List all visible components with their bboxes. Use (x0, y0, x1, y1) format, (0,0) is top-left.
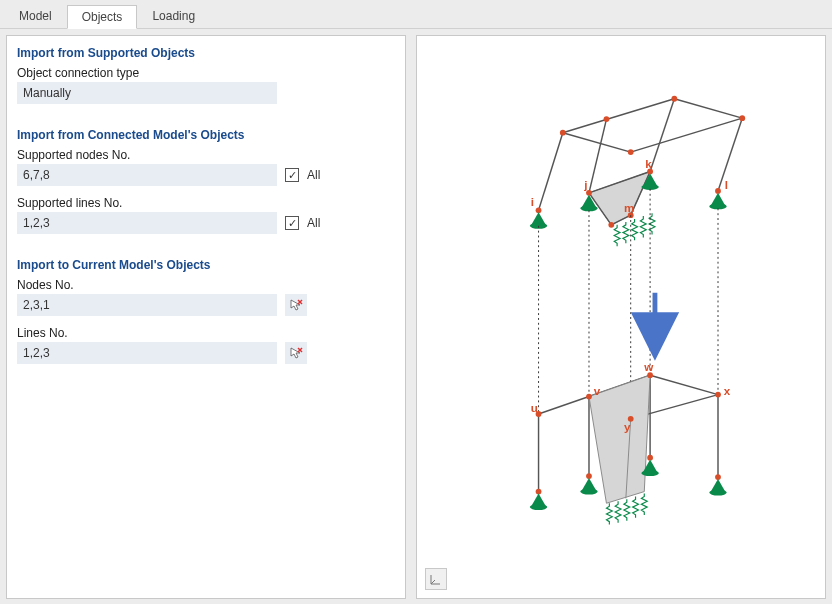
tab-objects-label: Objects (82, 10, 123, 24)
conn-type-label: Object connection type (17, 66, 395, 80)
tab-model-label: Model (19, 9, 52, 23)
current-nodes-label: Nodes No. (17, 278, 395, 292)
section-supported-title: Import from Supported Objects (17, 46, 395, 60)
svg-line-7 (563, 99, 675, 133)
svg-text:w: w (643, 360, 654, 373)
bottom-structure: u v w x y (530, 360, 731, 524)
svg-text:j: j (583, 178, 587, 191)
svg-point-24 (628, 149, 634, 155)
svg-text:x: x (724, 384, 731, 397)
supported-nodes-field[interactable] (17, 164, 277, 186)
diagram-panel: i j k l m (416, 35, 826, 599)
svg-point-53 (586, 394, 592, 400)
supported-lines-all-label: All (307, 216, 320, 230)
cursor-pick-icon (289, 346, 303, 360)
svg-marker-15 (589, 172, 650, 225)
svg-line-8 (674, 99, 742, 118)
current-lines-field[interactable] (17, 342, 277, 364)
conn-type-field[interactable] (17, 82, 277, 104)
pick-lines-button[interactable] (285, 342, 307, 364)
supported-lines-field[interactable] (17, 212, 277, 234)
supported-nodes-all-checkbox[interactable]: ✓ (285, 168, 299, 182)
current-nodes-field[interactable] (17, 294, 277, 316)
svg-line-10 (563, 133, 631, 152)
svg-line-13 (650, 99, 674, 172)
svg-line-14 (718, 118, 742, 191)
svg-text:y: y (624, 420, 631, 433)
tab-model[interactable]: Model (4, 4, 67, 28)
section-current-title: Import to Current Model's Objects (17, 258, 395, 272)
svg-text:k: k (645, 157, 652, 170)
supported-lines-all-checkbox[interactable]: ✓ (285, 216, 299, 230)
tab-loading-label: Loading (152, 9, 195, 23)
view-toggle-button[interactable] (425, 568, 447, 590)
tab-objects[interactable]: Objects (67, 5, 138, 29)
svg-point-55 (715, 392, 721, 398)
svg-point-23 (739, 115, 745, 121)
axes-icon (429, 572, 443, 586)
svg-point-30 (608, 222, 614, 228)
svg-text:u: u (531, 401, 538, 414)
structure-diagram: i j k l m (427, 44, 815, 590)
svg-text:m: m (624, 201, 634, 214)
svg-text:i: i (531, 195, 534, 208)
svg-point-22 (671, 96, 677, 102)
cursor-pick-icon (289, 298, 303, 312)
svg-line-9 (631, 118, 743, 152)
top-structure: i j k l m (530, 96, 745, 246)
current-lines-label: Lines No. (17, 326, 395, 340)
svg-line-43 (650, 375, 718, 394)
settings-panel: Import from Supported Objects Object con… (6, 35, 406, 599)
supported-nodes-label: Supported nodes No. (17, 148, 395, 162)
svg-line-12 (589, 119, 606, 193)
svg-text:l: l (725, 178, 728, 191)
svg-line-41 (539, 397, 589, 414)
svg-line-11 (539, 133, 563, 211)
tab-loading[interactable]: Loading (137, 4, 210, 28)
svg-text:v: v (594, 384, 601, 397)
svg-point-21 (604, 116, 610, 122)
supported-lines-label: Supported lines No. (17, 196, 395, 210)
svg-point-20 (560, 130, 566, 136)
supported-nodes-all-label: All (307, 168, 320, 182)
pick-nodes-button[interactable] (285, 294, 307, 316)
section-connected-title: Import from Connected Model's Objects (17, 128, 395, 142)
tab-bar: Model Objects Loading (0, 0, 832, 29)
